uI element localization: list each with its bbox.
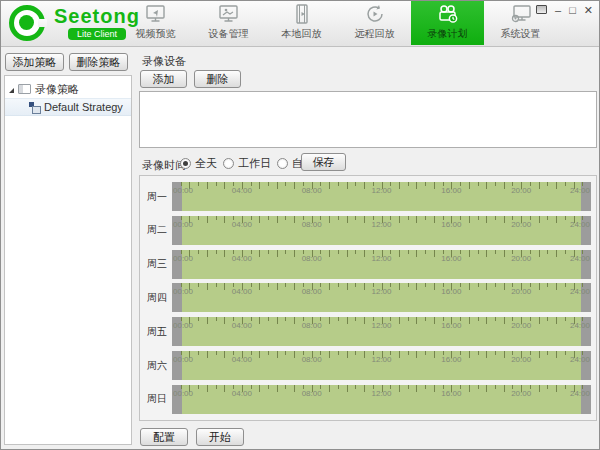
time-tick [355, 385, 356, 389]
time-tick [434, 283, 435, 290]
time-label: 04:00 [232, 254, 252, 263]
time-tick [495, 317, 496, 321]
time-label: 16:00 [441, 355, 461, 364]
time-tick [198, 182, 199, 186]
time-tick [504, 385, 505, 392]
time-tick [347, 283, 348, 290]
time-tick [486, 182, 487, 189]
time-tick [338, 385, 339, 389]
time-label: 12:00 [371, 389, 391, 398]
tab-remote-playback[interactable]: 远程回放 [338, 1, 411, 45]
time-tick [259, 216, 260, 223]
time-tick [198, 385, 199, 389]
tab-local-playback[interactable]: 本地回放 [265, 1, 338, 45]
schedule-bar[interactable]: 00:0004:0008:0012:0016:0020:0024:00 [172, 385, 591, 414]
maximize-button[interactable]: □ [569, 4, 576, 16]
time-tick [338, 351, 339, 355]
time-tick [504, 216, 505, 223]
time-tick [198, 216, 199, 220]
time-tick [565, 351, 566, 355]
schedule-bar[interactable]: 00:0004:0008:0012:0016:0020:0024:00 [172, 351, 591, 380]
time-tick [495, 182, 496, 186]
device-list[interactable] [139, 91, 597, 148]
schedule-bar[interactable]: 00:0004:0008:0012:0016:0020:0024:00 [172, 250, 591, 279]
add-strategy-button[interactable]: 添加策略 [5, 53, 64, 71]
time-tick [486, 216, 487, 223]
time-label: 20:00 [511, 287, 531, 296]
radio-workday[interactable]: 工作日 [223, 156, 271, 171]
time-tick [469, 283, 470, 290]
time-tick [207, 351, 208, 358]
time-label: 12:00 [371, 355, 391, 364]
time-label: 20:00 [511, 389, 531, 398]
time-tick [434, 351, 435, 358]
time-tick [539, 283, 540, 290]
time-tick [268, 283, 269, 287]
tab-label: 视频预览 [136, 27, 176, 41]
close-button[interactable]: ✕ [584, 4, 593, 16]
radio-icon[interactable] [277, 158, 288, 169]
radio-icon[interactable] [180, 158, 191, 169]
minimize-button[interactable]: – [555, 4, 561, 16]
time-tick [268, 182, 269, 186]
time-label: 08:00 [302, 389, 322, 398]
time-label: 04:00 [232, 389, 252, 398]
time-tick [207, 250, 208, 257]
time-tick [408, 385, 409, 389]
time-tick [408, 182, 409, 186]
time-tick [259, 317, 260, 324]
time-tick [434, 182, 435, 189]
delete-strategy-button[interactable]: 删除策略 [69, 53, 128, 71]
tab-device-manage[interactable]: 设备管理 [192, 1, 265, 45]
time-tick [329, 283, 330, 290]
time-tick [539, 216, 540, 223]
time-tick [216, 351, 217, 355]
time-tick [198, 250, 199, 254]
day-label: 周三 [143, 257, 172, 271]
start-button[interactable]: 开始 [196, 428, 244, 446]
time-tick [469, 317, 470, 324]
schedule-bar[interactable]: 00:0004:0008:0012:0016:0020:0024:00 [172, 182, 591, 211]
time-tick [338, 283, 339, 287]
time-label: 24:00 [570, 355, 590, 364]
time-label: 04:00 [232, 220, 252, 229]
save-button[interactable]: 保存 [301, 153, 346, 171]
time-tick [347, 250, 348, 257]
device-add-button[interactable]: 添加 [140, 70, 187, 88]
time-tick [355, 283, 356, 287]
radio-all-day[interactable]: 全天 [180, 156, 217, 171]
time-tick [408, 216, 409, 220]
tree-node-default-strategy[interactable]: Default Strategy [5, 98, 131, 116]
config-button[interactable]: 配置 [140, 428, 188, 446]
time-label: 16:00 [441, 220, 461, 229]
time-tick [338, 250, 339, 254]
expander-icon[interactable] [9, 88, 14, 93]
schedule-bar[interactable]: 00:0004:0008:0012:0016:0020:0024:00 [172, 317, 591, 346]
time-tick [408, 283, 409, 287]
time-tick [329, 351, 330, 358]
skin-icon[interactable] [536, 4, 547, 16]
time-label: 24:00 [570, 287, 590, 296]
time-tick [277, 216, 278, 223]
radio-icon[interactable] [223, 158, 234, 169]
day-label: 周四 [143, 291, 172, 305]
time-tick [486, 351, 487, 358]
time-tick [425, 385, 426, 389]
tab-video-preview[interactable]: 视频预览 [119, 1, 192, 45]
time-label: 16:00 [441, 254, 461, 263]
time-tick [565, 283, 566, 287]
time-tick [364, 283, 365, 290]
time-label: 20:00 [511, 254, 531, 263]
time-tick [556, 385, 557, 392]
schedule-bar[interactable]: 00:0004:0008:0012:0016:0020:0024:00 [172, 283, 591, 312]
time-tick [347, 385, 348, 392]
logo-c-icon [9, 5, 45, 41]
tree-node-record-strategy[interactable]: 录像策略 [5, 80, 131, 98]
device-delete-button[interactable]: 删除 [194, 70, 241, 88]
tab-record-plan[interactable]: 录像计划 [411, 1, 484, 45]
time-tick [486, 385, 487, 392]
time-tick [207, 385, 208, 392]
schedule-bar[interactable]: 00:0004:0008:0012:0016:0020:0024:00 [172, 216, 591, 245]
time-tick [347, 351, 348, 358]
time-tick [277, 182, 278, 189]
